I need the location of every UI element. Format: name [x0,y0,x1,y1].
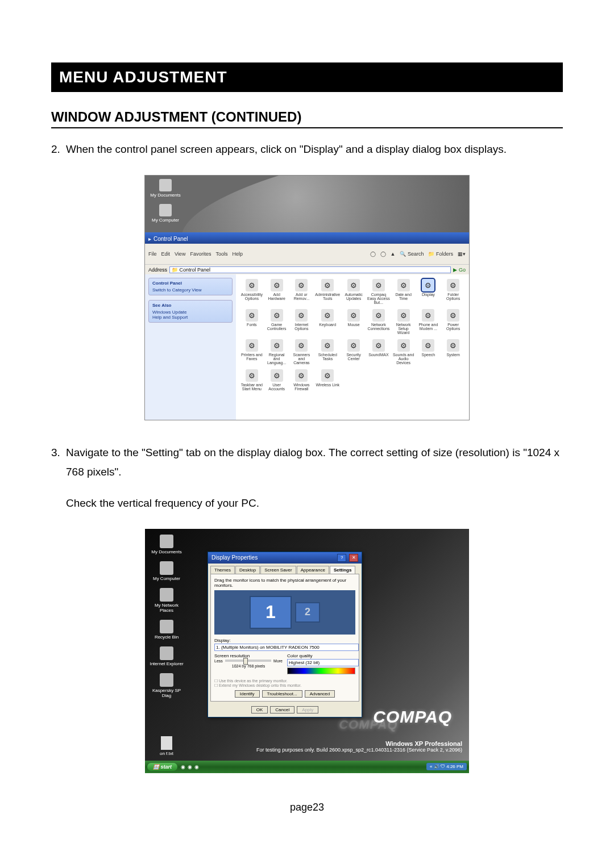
help-support-link[interactable]: Help and Support [152,315,229,320]
control-panel-item[interactable]: ⚙Display [417,279,439,304]
control-panel-item[interactable]: ⚙Fonts [240,309,263,335]
monitor-arrangement-area[interactable]: 1 2 [214,590,355,635]
control-panel-item[interactable]: ⚙Regional and Languag... [265,339,288,365]
control-panel-item[interactable]: ⚙Power Options [442,309,464,335]
tab-appearance[interactable]: Appearance [297,566,329,574]
control-panel-item[interactable]: ⚙Windows Firewall [291,369,313,391]
applet-icon: ⚙ [271,369,283,382]
help-icon[interactable]: ? [337,554,346,562]
control-panel-item[interactable]: ⚙Accessibility Options [240,279,263,304]
control-panel-item[interactable]: ⚙Keyboard [315,309,340,335]
control-panel-item[interactable]: ⚙User Accounts [265,369,288,391]
tab-settings[interactable]: Settings [330,566,356,574]
desktop-icon[interactable]: Internet Explorer [150,646,184,666]
control-panel-item[interactable]: ⚙Add or Remov... [291,279,313,304]
dialog-tabs[interactable]: ThemesDesktopScreen SaverAppearanceSetti… [210,566,359,574]
color-strip [287,667,355,674]
windows-edition-text: Windows XP Professional For testing purp… [256,740,462,753]
desktop-icon[interactable]: Recycle Bin [150,620,184,640]
control-panel-item[interactable]: ⚙Sounds and Audio Devices [392,339,415,365]
applet-label: Automatic Updates [342,293,365,301]
control-panel-item[interactable]: ⚙SoundMAX [367,339,390,365]
applet-icon: ⚙ [295,339,308,352]
applet-icon: ⚙ [447,279,459,291]
desktop-icon[interactable]: ◉ [194,764,199,770]
control-panel-item[interactable]: ⚙Game Controllers [265,309,288,335]
control-panel-item[interactable]: ⚙Automatic Updates [342,279,365,304]
applet-icon: ⚙ [447,309,459,322]
up-icon[interactable]: ▲ [391,251,396,257]
tray-icon[interactable]: « [430,764,432,769]
start-button[interactable]: 🪟 start [147,763,177,771]
control-panel-item[interactable]: ⚙Folder Options [442,279,464,304]
step-3: 3. Navigate to the "Setting" tab on the … [51,443,563,482]
advanced-button[interactable]: Advanced [305,690,335,698]
forward-icon[interactable]: ◯ [380,251,386,257]
taskbar[interactable]: 🪟 start ◉ ◉ ◉ « 🔊 🛡 4:26 PM [145,761,469,773]
resolution-slider[interactable] [225,660,271,662]
control-panel-item[interactable]: ⚙Phone and Modem ... [417,309,439,335]
address-bar[interactable]: Address 📁 Control Panel ▶ Go [145,264,469,275]
applet-icon: ⚙ [397,279,410,291]
control-panel-menubar[interactable]: FileEditView FavoritesToolsHelp ◯ ◯ ▲ 🔍 … [145,244,469,264]
dialog-titlebar[interactable]: Display Properties ? ✕ [208,552,362,564]
close-icon[interactable]: ✕ [349,554,358,562]
desktop-icon[interactable]: My Computer [150,561,184,581]
control-panel-item[interactable]: ⚙Internet Options [291,309,313,335]
monitor-1[interactable]: 1 [250,596,292,629]
control-panel-item[interactable]: ⚙Wireless Link [315,369,340,391]
desktop-icon[interactable]: My Network Places [150,588,184,613]
control-panel-item[interactable]: ⚙Network Connections [367,309,390,335]
control-panel-item[interactable]: ⚙Administrative Tools [315,279,340,304]
back-icon[interactable]: ◯ [370,251,376,257]
tab-desktop[interactable]: Desktop [235,566,260,574]
color-quality-select[interactable]: Highest (32 bit) [287,659,359,666]
display-select[interactable]: 1. (Multiple Monitors) on MOBILITY RADEO… [214,644,359,651]
control-panel-item[interactable]: ⚙Mouse [342,309,365,335]
control-panel-item[interactable]: ⚙Compaq Easy Access But... [367,279,390,304]
control-panel-item[interactable]: ⚙Speech [417,339,439,365]
desktop-icon-mydocs[interactable]: My Documents [148,179,182,198]
extend-desktop-checkbox[interactable]: ☐ Extend my Windows desktop onto this mo… [214,683,355,688]
control-panel-item[interactable]: ⚙Network Setup Wizard [392,309,415,335]
windows-update-link[interactable]: Windows Update [152,310,229,315]
quick-launch[interactable]: ◉ ◉ ◉ [181,764,199,770]
control-panel-item[interactable]: ⚙Scheduled Tasks [315,339,340,365]
control-panel-item[interactable]: ⚙System [442,339,464,365]
applet-label: SoundMAX [368,353,388,357]
control-panel-item[interactable]: ⚙Add Hardware [265,279,288,304]
system-tray[interactable]: « 🔊 🛡 4:26 PM [426,763,467,770]
desktop-icon-file[interactable]: on f.txt [150,736,184,756]
ie-icon[interactable]: ◉ [181,764,185,770]
switch-category-view-link[interactable]: Switch to Category View [152,287,229,293]
views-icon[interactable]: ▦▾ [458,251,466,257]
tab-screen-saver[interactable]: Screen Saver [260,566,296,574]
tray-clock[interactable]: 4:26 PM [446,764,463,769]
desktop-icon[interactable]: My Documents [150,535,184,554]
ok-button[interactable]: OK [251,706,268,713]
applet-label: System [446,353,459,357]
primary-monitor-checkbox[interactable]: ☐ Use this device as the primary monitor… [214,679,355,683]
mail-icon[interactable]: ◉ [188,764,192,770]
identify-button[interactable]: Identify [235,690,260,698]
tab-themes[interactable]: Themes [210,566,235,574]
cancel-button[interactable]: Cancel [270,706,294,713]
control-panel-item[interactable]: ⚙Scanners and Cameras [291,339,313,365]
desktop-icon-mycomputer[interactable]: My Computer [148,204,182,223]
desktop-icon[interactable]: Kaspersky SP Diag [150,673,184,698]
control-panel-titlebar: ▸ Control Panel [145,232,469,245]
control-panel-item[interactable]: ⚙Security Center [342,339,365,365]
applet-icon: ⚙ [271,309,283,322]
sub-header: WINDOW ADJUSTMENT (CONTINUED) [51,109,563,128]
tray-icon[interactable]: 🛡 [441,764,445,769]
apply-button[interactable]: Apply [297,706,318,713]
control-panel-item[interactable]: ⚙Printers and Faxes [240,339,263,365]
monitor-2[interactable]: 2 [295,602,320,623]
troubleshoot-button[interactable]: Troubleshoot... [262,690,302,698]
applet-label: Scanners and Cameras [291,353,313,365]
control-panel-item[interactable]: ⚙Date and Time [392,279,415,304]
applet-label: Scheduled Tasks [315,353,340,361]
tray-icon[interactable]: 🔊 [434,764,439,769]
control-panel-item[interactable]: ⚙Taskbar and Start Menu [240,369,263,391]
applet-label: Fonts [247,323,257,327]
